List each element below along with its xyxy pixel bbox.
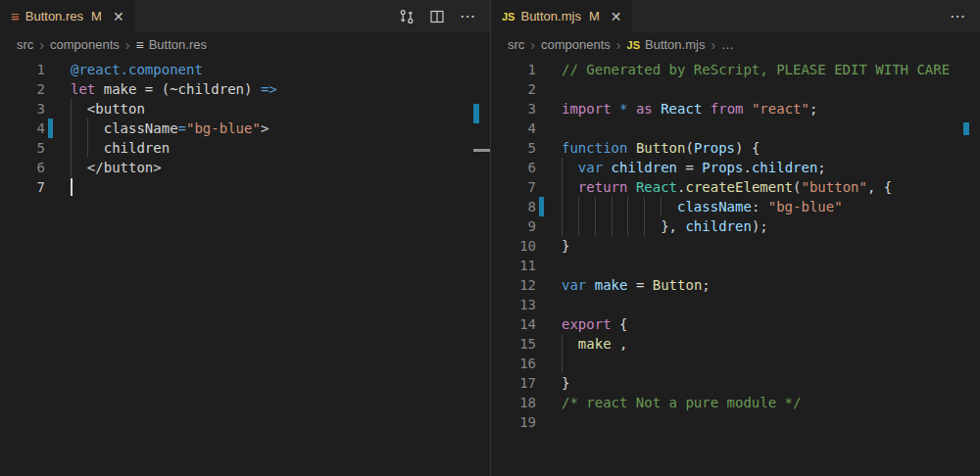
code-token: = (677, 160, 702, 175)
code-token: as (636, 101, 653, 117)
text-cursor (71, 178, 73, 196)
code-line[interactable]: 1@react.component (0, 60, 490, 79)
split-editor-icon[interactable] (429, 9, 445, 24)
code-token: return (578, 179, 628, 195)
line-number: 15 (491, 334, 536, 354)
tab-button-res[interactable]: ≡ Button.res M ✕ (0, 0, 135, 32)
breadcrumb-separator: › (125, 37, 130, 53)
breadcrumb-item[interactable]: … (721, 37, 734, 52)
code-token: // Generated by ReScript, PLEASE EDIT WI… (562, 62, 950, 77)
code-token: children (752, 160, 817, 175)
code-line[interactable]: 19 (491, 412, 980, 432)
code-token (627, 101, 635, 117)
line-number: 8 (491, 197, 536, 216)
code-token: var (578, 160, 603, 175)
indent-guide (562, 354, 563, 373)
code-line[interactable]: 3 <button (0, 99, 490, 119)
code-token (562, 160, 578, 175)
line-number: 16 (491, 354, 536, 373)
tab-button-mjs[interactable]: JS Button.mjs M ✕ (491, 0, 632, 32)
code-editor-button-mjs[interactable]: 1// Generated by ReScript, PLEASE EDIT W… (491, 57, 980, 476)
breadcrumb-label: components (50, 37, 120, 52)
line-number: 2 (0, 79, 45, 99)
line-number: 14 (491, 314, 536, 334)
breadcrumb-item[interactable]: components (541, 37, 611, 52)
code-token (586, 277, 594, 293)
more-actions-icon[interactable]: ⋯ (950, 7, 966, 25)
code-line[interactable]: 4 (491, 119, 980, 138)
code-line[interactable]: 9 }, children); (491, 216, 980, 236)
indent-guide (627, 197, 628, 216)
indent-guide (562, 216, 563, 236)
indent-guide (562, 334, 563, 354)
indent-guide (644, 216, 645, 236)
line-number: 11 (491, 256, 536, 275)
compare-changes-icon[interactable] (399, 9, 415, 24)
code-line[interactable]: 6 var children = Props.children; (491, 158, 980, 177)
tab-label: Button.mjs (520, 9, 580, 24)
tab-label: Button.res (25, 9, 83, 24)
line-number: 1 (0, 60, 45, 79)
code-line[interactable]: 6 </button> (0, 158, 490, 177)
code-line[interactable]: 7 return React.createElement("button", { (491, 177, 980, 197)
indent-guide (644, 197, 645, 216)
code-line[interactable]: 11 (491, 256, 980, 275)
code-line[interactable]: 7 (0, 177, 490, 197)
code-token (627, 179, 635, 195)
breadcrumb-item[interactable]: src (17, 37, 33, 52)
editor-group-right: JS Button.mjs M ✕ ⋯ src›components›JSBut… (490, 0, 980, 476)
indent-guide (595, 197, 596, 216)
close-icon[interactable]: ✕ (611, 10, 622, 24)
tab-bar-left: ≡ Button.res M ✕ (0, 0, 490, 32)
code-line[interactable]: 1// Generated by ReScript, PLEASE EDIT W… (491, 60, 980, 79)
breadcrumb-item[interactable]: ≡Button.res (136, 37, 207, 52)
code-token: } (562, 375, 569, 391)
code-editor-button-res[interactable]: 1@react.component2let make = (~children)… (0, 57, 490, 476)
breadcrumb-separator: › (710, 37, 715, 53)
indent-guide (562, 158, 563, 177)
modified-badge: M (91, 9, 102, 24)
code-token: "bg-blue" (186, 120, 261, 136)
code-line[interactable]: 17} (491, 373, 980, 393)
rescript-file-icon: ≡ (11, 9, 20, 24)
code-line[interactable]: 4 className="bg-blue"> (0, 119, 490, 138)
code-token: children (612, 160, 677, 175)
indent-guide (87, 138, 88, 158)
code-token: ; (817, 160, 825, 175)
editor-workbench: ≡ Button.res M ✕ (0, 0, 980, 476)
breadcrumb-label: Button.mjs (645, 37, 705, 52)
close-icon[interactable]: ✕ (113, 10, 124, 24)
javascript-file-icon: JS (627, 39, 640, 51)
line-number: 5 (491, 138, 536, 158)
code-line[interactable]: 2let make = (~children) => (0, 79, 490, 99)
breadcrumb-item[interactable]: JSButton.mjs (627, 37, 706, 52)
breadcrumb-separator: › (616, 37, 621, 53)
code-line[interactable]: 12var make = Button; (491, 275, 980, 295)
code-line[interactable]: 2 (491, 79, 980, 99)
code-line[interactable]: 18/* react Not a pure module */ (491, 393, 980, 412)
code-line[interactable]: 14export { (491, 314, 980, 334)
code-token: make (578, 336, 612, 352)
code-token: = (178, 120, 186, 136)
code-line[interactable]: 10} (491, 236, 980, 256)
code-line[interactable]: 5 children (0, 138, 490, 158)
line-number: 6 (0, 158, 45, 177)
line-number: 5 (0, 138, 45, 158)
code-token: { (612, 316, 628, 332)
code-token: React (661, 101, 702, 117)
code-line[interactable]: 8 className: "bg-blue" (491, 197, 980, 216)
code-line[interactable]: 13 (491, 295, 980, 314)
code-line[interactable]: 15 make , (491, 334, 980, 354)
line-number: 18 (491, 393, 536, 412)
line-number: 1 (491, 60, 536, 79)
code-line[interactable]: 5function Button(Props) { (491, 138, 980, 158)
code-token: . (743, 160, 751, 175)
code-token: ; (702, 277, 710, 293)
code-token: createElement (685, 179, 793, 195)
more-actions-icon[interactable]: ⋯ (460, 7, 476, 25)
code-line[interactable]: 3import * as React from "react"; (491, 99, 980, 119)
code-line[interactable]: 16 (491, 354, 980, 373)
breadcrumb-item[interactable]: src (508, 37, 524, 52)
indent-guide (578, 197, 579, 216)
breadcrumb-item[interactable]: components (50, 37, 120, 52)
